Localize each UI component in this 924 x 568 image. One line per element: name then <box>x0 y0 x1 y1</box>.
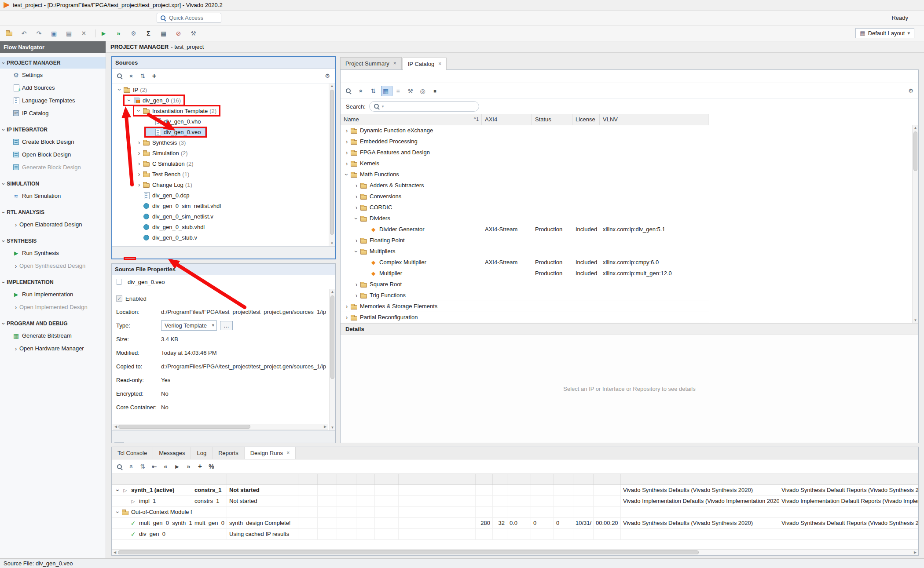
flow-nav-item[interactable]: IP Catalog <box>0 107 106 120</box>
ip-catalog-row[interactable]: Math Functions <box>341 169 709 180</box>
tree-item[interactable]: div_gen_0_stub.v <box>112 232 335 243</box>
results-tab[interactable]: Tcl Console <box>112 447 153 459</box>
run-icon[interactable] <box>99 28 110 39</box>
flow-nav-item[interactable]: Open Hardware Manager <box>0 342 106 355</box>
sources-vertical-scrollbar[interactable]: ▲ ▼ <box>329 84 335 246</box>
dashboard-icon[interactable] <box>159 28 170 39</box>
scrollbar-thumb[interactable] <box>330 295 334 379</box>
column-header[interactable]: VLNV <box>600 114 708 125</box>
expand-chevron-icon[interactable] <box>353 202 360 213</box>
impl_1[interactable]: impl_1 constrs_1 Not started <box>112 496 918 507</box>
Out-of-Context Module Runs[interactable]: Out-of-Context Module Runs <box>112 507 918 518</box>
column-header[interactable] <box>507 474 531 484</box>
go-to-start-icon[interactable] <box>150 461 161 472</box>
report-sigma-icon[interactable] <box>144 28 155 39</box>
column-header[interactable] <box>192 474 227 484</box>
flow-nav-item[interactable]: Generate Block Design <box>0 161 106 174</box>
column-header[interactable] <box>493 474 507 484</box>
expand-chevron-icon[interactable] <box>136 160 143 167</box>
synth_1 (active)[interactable]: synth_1 (active) constrs_1 Not started <box>112 485 918 496</box>
flow-section-header[interactable]: SIMULATION <box>0 178 106 189</box>
expand-chevron-icon[interactable] <box>136 149 143 157</box>
expand-chevron-icon[interactable] <box>343 136 350 147</box>
implement-icon[interactable] <box>114 28 125 39</box>
enabled-checkbox[interactable]: ✓ <box>116 295 122 302</box>
search-icon[interactable] <box>116 461 126 472</box>
column-header[interactable]: License <box>572 114 600 125</box>
tree-item[interactable]: div_gen_0.dcp <box>112 190 335 200</box>
tree-item[interactable]: div_gen_0_sim_netlist.vhdl <box>112 200 335 211</box>
tree-item[interactable]: C Simulation (2) <box>112 158 335 169</box>
properties-view-tab[interactable] <box>114 442 124 443</box>
collapse-all-icon[interactable] <box>127 461 138 472</box>
ip-catalog-search-input[interactable]: ▾ <box>369 101 479 112</box>
expand-chevron-icon[interactable] <box>353 213 360 224</box>
properties-panel-header[interactable]: Source File Properties <box>112 264 335 275</box>
play-icon[interactable] <box>173 461 183 472</box>
expand-chevron-icon[interactable] <box>343 147 350 158</box>
results-horizontal-scrollbar[interactable]: ◀ ▶ <box>112 549 918 555</box>
column-header[interactable] <box>375 474 399 484</box>
column-header[interactable] <box>435 474 476 484</box>
tab-project-summary[interactable]: Project Summary× <box>340 57 402 69</box>
div_gen_0[interactable]: div_gen_0 Using cached IP results <box>112 529 918 540</box>
expand-all-icon[interactable] <box>369 86 380 96</box>
group-by-category-icon[interactable] <box>381 86 392 96</box>
expand-chevron-icon[interactable] <box>136 139 143 146</box>
expand-chevron-icon[interactable] <box>343 301 350 312</box>
browse-button[interactable]: … <box>220 321 233 330</box>
tree-item[interactable]: Simulation (2) <box>112 148 335 158</box>
column-header[interactable] <box>318 474 337 484</box>
stop-icon[interactable] <box>430 86 442 96</box>
tree-item[interactable]: IP (2) <box>112 84 335 95</box>
expand-chevron-icon[interactable] <box>343 125 350 136</box>
ip-catalog-row[interactable]: Dividers <box>341 213 709 224</box>
flow-nav-item[interactable]: Run Implementation <box>0 288 106 301</box>
ip-catalog-row[interactable]: Divider Generator AXI4-Stream Production… <box>341 224 709 235</box>
scroll-down-icon[interactable]: ▼ <box>329 241 335 246</box>
results-tab[interactable]: Reports <box>213 447 245 459</box>
scroll-up-icon[interactable]: ▲ <box>913 125 918 131</box>
ip-catalog-row[interactable]: Dynamic Function eXchange <box>341 125 709 136</box>
scrollbar-thumb[interactable] <box>118 425 250 429</box>
column-header[interactable] <box>337 474 356 484</box>
expand-chevron-icon[interactable] <box>353 246 360 257</box>
results-tab[interactable]: Log <box>191 447 213 459</box>
create-run-icon[interactable] <box>196 461 206 472</box>
expand-chevron-icon[interactable] <box>353 290 360 301</box>
flow-nav-item[interactable]: Open Implemented Design <box>0 301 106 313</box>
save-icon[interactable] <box>49 28 61 39</box>
scroll-right-icon[interactable]: ▶ <box>323 425 328 429</box>
customize-ip-icon[interactable] <box>406 86 417 96</box>
column-header[interactable] <box>554 474 573 484</box>
expand-chevron-icon[interactable] <box>343 312 350 323</box>
column-header[interactable] <box>621 474 779 484</box>
search-icon[interactable] <box>344 86 356 96</box>
ip-catalog-row[interactable]: Square Root <box>341 279 709 290</box>
scroll-up-icon[interactable]: ▲ <box>329 84 335 89</box>
flow-nav-item[interactable]: Add Sources <box>0 81 106 94</box>
percent-icon[interactable] <box>207 461 218 472</box>
column-header[interactable] <box>112 474 192 484</box>
ip-catalog-row[interactable]: CORDIC <box>341 202 709 213</box>
collapse-all-icon[interactable] <box>127 71 138 81</box>
target-icon[interactable] <box>418 86 429 96</box>
flow-nav-item[interactable]: Run Synthesis <box>0 247 106 259</box>
expand-chevron-icon[interactable] <box>353 235 360 246</box>
flow-nav-item[interactable]: Open Synthesized Design <box>0 259 106 272</box>
flow-section-header[interactable]: SYNTHESIS <box>0 235 106 247</box>
column-header[interactable]: Name^1 <box>341 114 482 125</box>
tree-item[interactable]: Instantiation Template (2) <box>112 106 335 116</box>
flow-section-header[interactable]: PROJECT MANAGER <box>0 57 106 69</box>
properties-vertical-scrollbar[interactable]: ▲ ▼ <box>329 289 335 430</box>
redo-icon[interactable] <box>34 28 46 39</box>
tree-item[interactable]: Synthesis (3) <box>112 137 335 148</box>
expand-chevron-icon[interactable] <box>353 191 360 202</box>
open-file-icon[interactable] <box>4 28 16 39</box>
column-header[interactable] <box>779 474 918 484</box>
flow-nav-item[interactable]: Settings <box>0 69 106 81</box>
column-header[interactable] <box>573 474 594 484</box>
sources-view-tab[interactable] <box>125 258 135 259</box>
ip-catalog-row[interactable]: Multiplier Production Included xilinx.co… <box>341 268 709 279</box>
settings-gear-icon[interactable] <box>129 28 140 39</box>
